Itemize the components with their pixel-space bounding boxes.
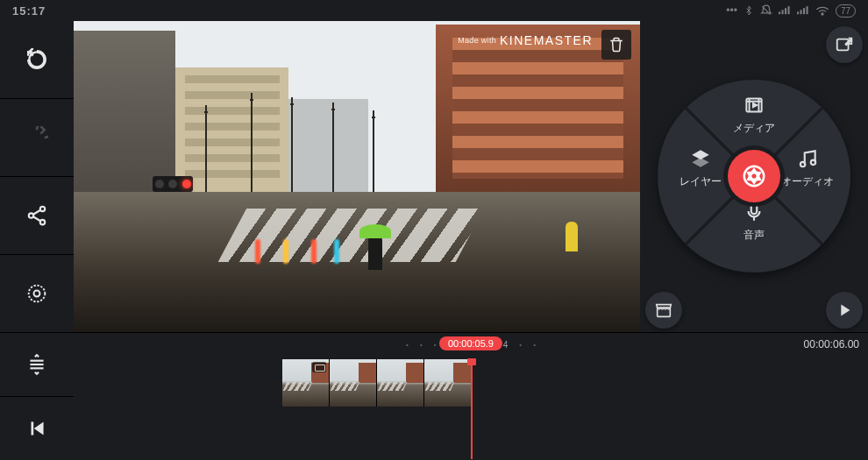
svg-point-9 [40, 207, 45, 211]
svg-rect-7 [806, 6, 808, 14]
clip-thumb[interactable] [282, 359, 330, 407]
svg-rect-5 [800, 10, 801, 14]
svg-point-15 [29, 286, 46, 302]
svg-rect-6 [803, 8, 805, 14]
status-bar: 15:17 ••• 77 [0, 0, 868, 21]
capture-button[interactable] [728, 150, 780, 202]
svg-rect-4 [797, 11, 799, 14]
svg-rect-1 [781, 10, 783, 14]
export-button[interactable] [826, 26, 863, 63]
delete-button[interactable] [601, 30, 631, 60]
dnd-icon [760, 4, 772, 17]
preview-viewport[interactable]: Made with KINEMASTER [74, 21, 640, 332]
action-wheel: メディア オーディオ 音声 [658, 80, 850, 272]
timeline-expand-button[interactable] [0, 332, 74, 396]
layer-icon [689, 147, 712, 170]
svg-rect-3 [787, 6, 789, 14]
svg-line-12 [33, 210, 40, 215]
svg-point-8 [822, 13, 823, 15]
wheel-layer-label: レイヤー [679, 174, 722, 189]
playhead[interactable] [471, 359, 473, 459]
right-panel: メディア オーディオ 音声 [640, 21, 868, 332]
clock: 15:17 [12, 4, 46, 18]
store-button[interactable] [645, 292, 682, 329]
svg-marker-24 [692, 157, 709, 166]
video-track[interactable] [74, 359, 868, 407]
play-button[interactable] [826, 292, 863, 329]
svg-rect-2 [785, 8, 786, 14]
preview-frame: Made with KINEMASTER [74, 21, 640, 332]
trash-icon [608, 37, 624, 53]
svg-marker-26 [841, 305, 850, 316]
timeline-expand-icon [25, 353, 48, 376]
redo-icon [25, 126, 48, 149]
jump-start-button[interactable] [0, 396, 74, 460]
svg-marker-31 [34, 421, 44, 435]
wifi-icon [815, 5, 829, 16]
watermark: Made with KINEMASTER [458, 33, 593, 47]
signal-icon [779, 5, 791, 16]
play-icon [835, 301, 854, 320]
more-icon: ••• [726, 4, 737, 17]
settings-gear-icon [25, 282, 48, 305]
bluetooth-icon [743, 4, 754, 17]
share-button[interactable] [0, 177, 74, 255]
shutter-icon [741, 163, 767, 189]
svg-line-13 [33, 216, 40, 221]
frame-indicator: 4 [503, 340, 509, 350]
svg-point-14 [34, 291, 40, 297]
playhead-time: 00:00:05.9 [439, 336, 502, 350]
timeline[interactable]: ••••••• 4 •• 00:00:05.9 00:00:06.00 [74, 332, 868, 460]
share-icon [25, 204, 48, 227]
store-icon [654, 301, 673, 320]
left-toolbar-bottom [0, 332, 74, 460]
settings-button[interactable] [0, 255, 74, 332]
svg-point-10 [29, 213, 33, 217]
undo-button[interactable] [0, 21, 74, 99]
redo-button[interactable] [0, 99, 74, 177]
clip-thumb[interactable] [424, 359, 472, 407]
svg-rect-0 [779, 11, 780, 14]
left-toolbar [0, 21, 74, 332]
total-duration: 00:00:06.00 [804, 338, 859, 350]
clip-thumb[interactable] [377, 359, 424, 407]
status-icons: ••• 77 [726, 4, 856, 18]
signal2-icon [797, 5, 809, 16]
export-icon [835, 35, 854, 54]
svg-rect-30 [32, 421, 34, 435]
clip-thumbnails[interactable] [282, 359, 472, 407]
battery-icon: 77 [836, 4, 856, 18]
jump-start-icon [25, 417, 48, 440]
svg-point-11 [40, 220, 45, 224]
clip-thumb[interactable] [330, 359, 377, 407]
